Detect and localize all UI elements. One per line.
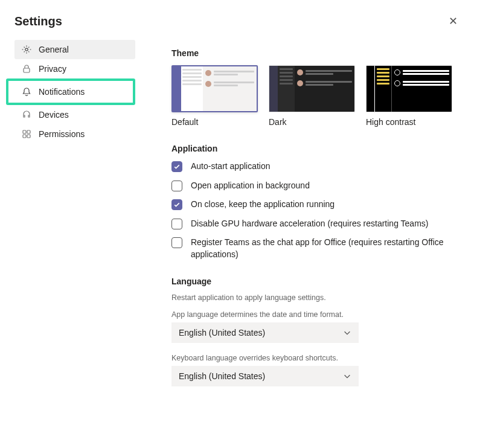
checkbox-label: Disable GPU hardware acceleration (requi… bbox=[191, 218, 428, 230]
svg-rect-2 bbox=[23, 130, 26, 133]
theme-option-dark[interactable]: Dark bbox=[269, 65, 355, 127]
application-section-title: Application bbox=[171, 144, 463, 153]
chevron-down-icon bbox=[343, 372, 351, 380]
headset-icon bbox=[22, 110, 31, 120]
gear-icon bbox=[22, 45, 31, 54]
checkbox-auto-start[interactable]: Auto-start application bbox=[171, 161, 463, 173]
settings-content: Theme Default bbox=[171, 40, 463, 397]
checkbox-register-chat-app[interactable]: Register Teams as the chat app for Offic… bbox=[171, 237, 463, 260]
settings-sidebar: General Privacy Notifications Devices Pe bbox=[14, 40, 135, 397]
svg-rect-5 bbox=[27, 135, 30, 138]
checkbox-label: On close, keep the application running bbox=[191, 199, 335, 211]
checkbox-icon bbox=[171, 181, 182, 191]
checkbox-label: Auto-start application bbox=[191, 161, 271, 173]
sidebar-item-notifications[interactable]: Notifications bbox=[6, 78, 135, 105]
sidebar-item-label: Devices bbox=[39, 110, 69, 120]
svg-point-0 bbox=[25, 48, 28, 51]
theme-option-default[interactable]: Default bbox=[171, 65, 258, 127]
select-value: English (United States) bbox=[179, 328, 265, 338]
close-icon: ✕ bbox=[449, 15, 458, 27]
svg-rect-3 bbox=[27, 130, 30, 133]
sidebar-item-label: Privacy bbox=[39, 64, 66, 74]
svg-rect-1 bbox=[24, 68, 30, 72]
language-restart-hint: Restart application to apply language se… bbox=[171, 293, 463, 302]
checkbox-icon bbox=[171, 199, 182, 210]
checkbox-icon bbox=[171, 219, 182, 229]
checkbox-keep-running-on-close[interactable]: On close, keep the application running bbox=[171, 199, 463, 211]
select-value: English (United States) bbox=[179, 371, 265, 381]
app-language-select[interactable]: English (United States) bbox=[171, 322, 359, 343]
theme-option-high-contrast[interactable]: High contrast bbox=[366, 65, 452, 127]
sidebar-item-general[interactable]: General bbox=[14, 40, 135, 59]
sidebar-item-permissions[interactable]: Permissions bbox=[14, 124, 135, 144]
bell-icon bbox=[22, 87, 31, 97]
theme-label: Default bbox=[171, 117, 258, 127]
checkbox-label: Open application in background bbox=[191, 180, 310, 192]
theme-preview-default bbox=[171, 65, 258, 112]
sidebar-item-devices[interactable]: Devices bbox=[14, 105, 135, 124]
language-section-title: Language bbox=[171, 277, 463, 286]
theme-preview-high-contrast bbox=[366, 65, 452, 112]
checkbox-icon bbox=[171, 237, 182, 248]
chevron-down-icon bbox=[343, 328, 351, 337]
sidebar-item-label: Notifications bbox=[39, 87, 85, 97]
page-title: Settings bbox=[14, 14, 62, 28]
close-button[interactable]: ✕ bbox=[444, 13, 463, 29]
checkbox-open-in-background[interactable]: Open application in background bbox=[171, 180, 463, 192]
theme-label: High contrast bbox=[366, 117, 452, 127]
sidebar-item-privacy[interactable]: Privacy bbox=[14, 59, 135, 78]
checkbox-icon bbox=[171, 161, 182, 172]
keyboard-language-label: Keyboard language overrides keyboard sho… bbox=[171, 354, 463, 362]
checkbox-label: Register Teams as the chat app for Offic… bbox=[191, 237, 450, 260]
theme-label: Dark bbox=[269, 117, 355, 127]
sidebar-item-label: General bbox=[39, 45, 69, 54]
keyboard-language-select[interactable]: English (United States) bbox=[171, 366, 359, 386]
theme-preview-dark bbox=[269, 65, 355, 112]
theme-section-title: Theme bbox=[171, 48, 463, 58]
apps-icon bbox=[22, 129, 31, 139]
lock-icon bbox=[22, 64, 31, 74]
checkbox-disable-gpu[interactable]: Disable GPU hardware acceleration (requi… bbox=[171, 218, 463, 230]
app-language-label: App language determines the date and tim… bbox=[171, 310, 463, 319]
sidebar-item-label: Permissions bbox=[39, 129, 85, 139]
svg-rect-4 bbox=[23, 135, 26, 138]
